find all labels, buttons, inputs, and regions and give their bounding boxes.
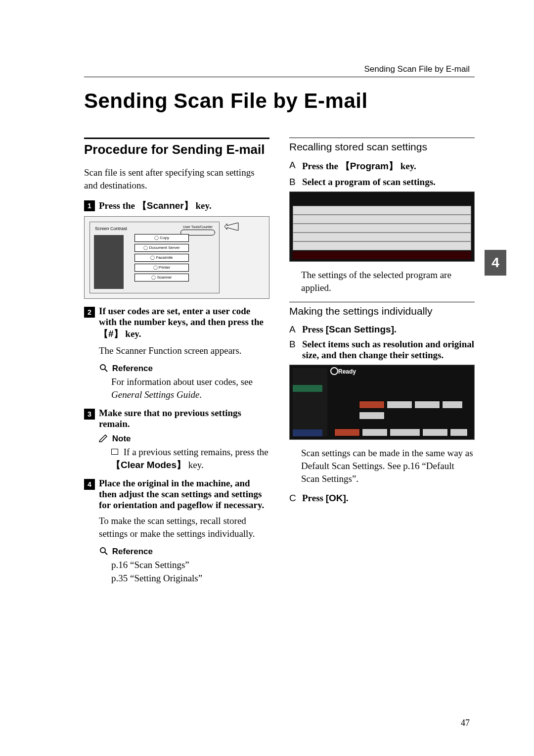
clear-modes-key: Clear Modes <box>111 460 186 470</box>
subhead-recall: Recalling stored scan settings <box>289 141 475 153</box>
step-4: 4 Place the original in the machine, and… <box>84 478 269 511</box>
substep-b-text: Select a program of scan settings. <box>302 177 475 188</box>
note-icon <box>99 433 108 442</box>
svg-point-2 <box>100 548 105 553</box>
reference-line-2: p.35 “Setting Originals” <box>111 572 269 585</box>
svg-line-1 <box>105 369 107 372</box>
panel-copy-button: ◯ Copy <box>134 234 189 242</box>
subsection-rule <box>289 138 475 138</box>
step-4-text: Place the original in the machine, and t… <box>99 478 269 511</box>
subhead-individual: Making the settings individually <box>289 305 475 317</box>
substep-b2-text: Select items such as resolution and orig… <box>302 339 475 361</box>
reference-label: Reference <box>112 547 153 556</box>
panel-tools-text: User Tools/Counter <box>183 225 213 229</box>
step-2-pre: If user codes are set, enter a user code… <box>99 306 264 327</box>
panel-fax-button: ◯ Facsimile <box>134 254 189 262</box>
substep-letter: A <box>289 160 298 173</box>
sub2-body: Scan settings can be made in the same wa… <box>301 447 475 485</box>
note-body: If a previous setting remains, press the… <box>111 446 269 471</box>
step-2-body: The Scanner Function screen appears. <box>99 344 269 357</box>
substep-c: C Press [OK]. <box>289 493 475 504</box>
step-2: 2 If user codes are set, enter a user co… <box>84 306 269 340</box>
sub1-body: The settings of the selected program are… <box>301 269 475 294</box>
scan-settings-screenshot: Ready <box>289 365 475 440</box>
control-panel-screenshot: Screen Contrast User Tools/Counter ◯ Cop… <box>84 216 269 299</box>
note-label: Note <box>112 434 131 443</box>
left-column: Procedure for Sending E-mail Scan file i… <box>84 133 269 591</box>
panel-printer-button: ◯ Printer <box>134 264 189 272</box>
running-head: Sending Scan File by E-mail <box>364 64 470 74</box>
substep-letter: B <box>289 177 298 188</box>
step-number-icon: 3 <box>84 409 95 420</box>
reference-label: Reference <box>112 364 153 373</box>
substep-b: B Select a program of scan settings. <box>289 177 475 188</box>
step-number-icon: 1 <box>84 200 95 211</box>
note-heading: Note <box>99 433 269 444</box>
svg-line-3 <box>105 552 107 555</box>
substep-a: A Press the Program key. <box>289 160 475 173</box>
section-rule <box>84 138 269 139</box>
step-1-pre: Press the <box>99 200 137 211</box>
step-1-post: key. <box>193 200 212 211</box>
step-3: 3 Make sure that no previous settings re… <box>84 408 269 429</box>
substep-b2: B Select items such as resolution and or… <box>289 339 475 361</box>
reference-heading-2: Reference <box>99 546 269 557</box>
page-number: 47 <box>461 718 470 728</box>
step-number-icon: 2 <box>84 307 95 318</box>
reference-body: For information about user codes, see Ge… <box>111 376 269 401</box>
ok-button-label: [OK] <box>326 493 346 503</box>
ready-label: Ready <box>338 368 356 375</box>
substep-letter: B <box>289 339 298 361</box>
panel-screen-label: Screen Contrast <box>95 226 127 231</box>
substep-letter: A <box>289 324 298 335</box>
panel-docserver-button: ◯ Document Server <box>134 244 189 252</box>
scanner-key: Scanner <box>137 200 193 211</box>
step-3-text: Make sure that no previous settings rema… <box>99 408 269 429</box>
step-1: 1 Press the Scanner key. <box>84 199 269 212</box>
arrow-icon <box>224 223 239 231</box>
step-number-icon: 4 <box>84 479 95 490</box>
page-title: Sending Scan File by E-mail <box>84 89 475 113</box>
hash-key: # <box>99 329 123 339</box>
panel-scanner-button: ◯ Scanner <box>134 274 189 282</box>
box-bullet-icon <box>111 449 118 455</box>
reference-heading: Reference <box>99 363 269 374</box>
substep-letter: C <box>289 493 298 504</box>
step-2-post: key. <box>123 329 141 339</box>
program-list-screenshot <box>289 191 475 262</box>
svg-point-0 <box>100 365 105 370</box>
subsection-rule <box>289 302 475 302</box>
reference-icon <box>99 546 108 555</box>
step-4-body: To make the scan settings, recall stored… <box>99 515 269 540</box>
reference-line-1: p.16 “Scan Settings” <box>111 559 269 571</box>
substep-a2: A Press [Scan Settings]. <box>289 324 475 335</box>
chapter-tab: 4 <box>485 250 506 276</box>
program-key: Program <box>341 161 398 171</box>
right-column: Recalling stored scan settings A Press t… <box>289 133 475 591</box>
reference-icon <box>99 363 108 372</box>
section-heading: Procedure for Sending E-mail <box>84 142 269 157</box>
book-title: General Settings Guide <box>111 389 199 400</box>
scan-settings-button-label: [Scan Settings] <box>326 324 394 334</box>
panel-side-icons <box>94 235 124 289</box>
top-rule <box>84 77 475 77</box>
intro-text: Scan file is sent after specifying scan … <box>84 166 269 191</box>
